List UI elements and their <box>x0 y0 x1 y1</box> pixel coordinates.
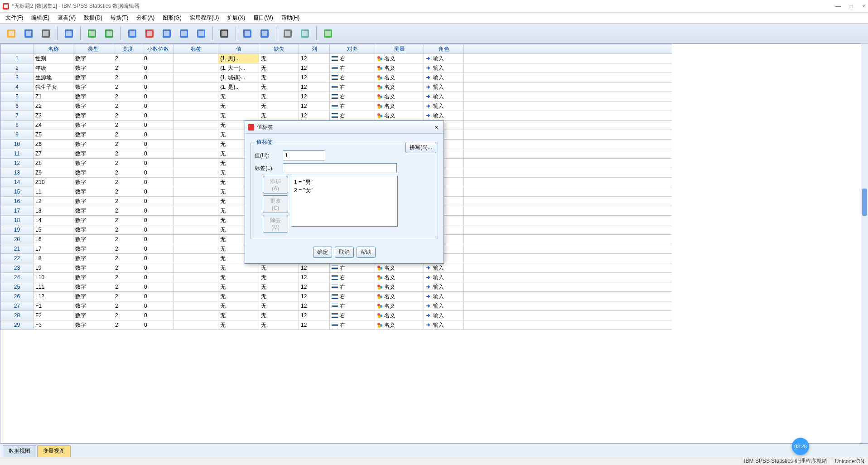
cell-type[interactable]: 数字 <box>73 225 113 235</box>
cell-role[interactable]: 输入 <box>424 54 464 63</box>
cell-label[interactable] <box>174 63 218 73</box>
cell-values[interactable]: 无 <box>218 92 259 102</box>
cell-decimals[interactable]: 0 <box>142 102 174 111</box>
toolbar-compute-icon[interactable] <box>142 26 157 41</box>
cell-measure[interactable]: 名义 <box>375 311 424 320</box>
cell-columns[interactable]: 12 <box>299 82 330 92</box>
cell-missing[interactable]: 无 <box>259 111 299 121</box>
cell-label[interactable] <box>174 73 218 82</box>
cell-type[interactable]: 数字 <box>73 254 113 263</box>
cell-missing[interactable]: 无 <box>259 63 299 73</box>
cell-missing[interactable]: 无 <box>259 54 299 63</box>
cell-measure[interactable]: 名义 <box>375 102 424 111</box>
cell-measure[interactable]: 名义 <box>375 301 424 311</box>
cell-columns[interactable]: 12 <box>299 311 330 320</box>
row-header[interactable]: 1 <box>1 54 34 63</box>
cell-name[interactable]: Z6 <box>34 140 73 149</box>
cell-type[interactable]: 数字 <box>73 263 113 273</box>
cell-align[interactable]: 右 <box>330 273 375 282</box>
cell-name[interactable]: F2 <box>34 311 73 320</box>
col-对齐[interactable]: 对齐 <box>330 44 375 54</box>
cell-values[interactable]: {1, 城镇}... <box>218 73 259 82</box>
cell-name[interactable]: L3 <box>34 206 73 216</box>
cell-align[interactable]: 右 <box>330 54 375 63</box>
cell-role[interactable]: 输入 <box>424 273 464 282</box>
value-label-entry[interactable]: 2 = "女" <box>294 186 395 194</box>
cell-role[interactable]: 输入 <box>424 73 464 82</box>
cell-type[interactable]: 数字 <box>73 320 113 330</box>
cell-width[interactable]: 2 <box>113 311 142 320</box>
cell-measure[interactable]: 名义 <box>375 111 424 121</box>
change-button[interactable]: 更改(C) <box>263 195 288 213</box>
cell-width[interactable]: 2 <box>113 206 142 216</box>
cell-width[interactable]: 2 <box>113 111 142 121</box>
menu-分析(A)[interactable]: 分析(A) <box>133 13 158 23</box>
cell-decimals[interactable]: 0 <box>142 168 174 178</box>
row-header[interactable]: 27 <box>1 301 34 311</box>
cell-values[interactable]: 无 <box>218 273 259 282</box>
row-header[interactable]: 11 <box>1 149 34 159</box>
cell-role[interactable]: 输入 <box>424 301 464 311</box>
cell-values[interactable]: {1, 大一}... <box>218 63 259 73</box>
value-input[interactable] <box>283 150 325 160</box>
spell-button[interactable]: 拼写(S)... <box>405 142 436 153</box>
cell-label[interactable] <box>174 111 218 121</box>
toolbar-use-sets-icon[interactable] <box>297 26 313 41</box>
cell-columns[interactable]: 12 <box>299 263 330 273</box>
cell-name[interactable]: F3 <box>34 320 73 330</box>
row-header[interactable]: 22 <box>1 254 34 263</box>
cell-align[interactable]: 右 <box>330 102 375 111</box>
cell-measure[interactable]: 名义 <box>375 63 424 73</box>
cell-label[interactable] <box>174 159 218 168</box>
row-header[interactable]: 9 <box>1 130 34 140</box>
cell-width[interactable]: 2 <box>113 320 142 330</box>
cell-label[interactable] <box>174 225 218 235</box>
cell-label[interactable] <box>174 168 218 178</box>
cell-type[interactable]: 数字 <box>73 121 113 130</box>
cell-columns[interactable]: 12 <box>299 92 330 102</box>
cell-name[interactable]: 性别 <box>34 54 73 63</box>
row-header[interactable]: 28 <box>1 311 34 320</box>
cell-type[interactable]: 数字 <box>73 111 113 121</box>
close-button[interactable]: × <box>862 3 865 10</box>
row-header[interactable]: 23 <box>1 263 34 273</box>
cell-role[interactable]: 输入 <box>424 102 464 111</box>
row-header[interactable]: 26 <box>1 292 34 301</box>
cancel-button[interactable]: 取消 <box>335 247 354 258</box>
cell-name[interactable]: L1 <box>34 187 73 197</box>
cell-name[interactable]: 独生子女 <box>34 82 73 92</box>
cell-columns[interactable]: 12 <box>299 63 330 73</box>
cell-values[interactable]: 无 <box>218 320 259 330</box>
cell-type[interactable]: 数字 <box>73 235 113 244</box>
cell-role[interactable]: 输入 <box>424 292 464 301</box>
row-header[interactable]: 16 <box>1 197 34 206</box>
toolbar-find-icon[interactable] <box>217 26 232 41</box>
cell-type[interactable]: 数字 <box>73 216 113 225</box>
cell-type[interactable]: 数字 <box>73 140 113 149</box>
cell-label[interactable] <box>174 301 218 311</box>
row-header[interactable]: 15 <box>1 187 34 197</box>
row-header[interactable]: 10 <box>1 140 34 149</box>
toolbar-save-icon[interactable] <box>21 26 36 41</box>
cell-missing[interactable]: 无 <box>259 301 299 311</box>
row-header[interactable]: 5 <box>1 92 34 102</box>
cell-align[interactable]: 右 <box>330 92 375 102</box>
cell-align[interactable]: 右 <box>330 111 375 121</box>
help-button[interactable]: 帮助 <box>357 247 376 258</box>
cell-align[interactable]: 右 <box>330 82 375 92</box>
cell-label[interactable] <box>174 273 218 282</box>
cell-label[interactable] <box>174 187 218 197</box>
cell-values[interactable]: {1, 是}... <box>218 82 259 92</box>
cell-type[interactable]: 数字 <box>73 63 113 73</box>
cell-decimals[interactable]: 0 <box>142 130 174 140</box>
row-header[interactable]: 3 <box>1 73 34 82</box>
toolbar-weight-icon[interactable] <box>193 26 209 41</box>
cell-width[interactable]: 2 <box>113 168 142 178</box>
cell-decimals[interactable]: 0 <box>142 254 174 263</box>
cell-values[interactable]: 无 <box>218 282 259 292</box>
row-header[interactable]: 6 <box>1 102 34 111</box>
cell-columns[interactable]: 12 <box>299 292 330 301</box>
row-header[interactable]: 29 <box>1 320 34 330</box>
minimize-button[interactable]: — <box>835 3 841 10</box>
cell-values[interactable]: 无 <box>218 292 259 301</box>
